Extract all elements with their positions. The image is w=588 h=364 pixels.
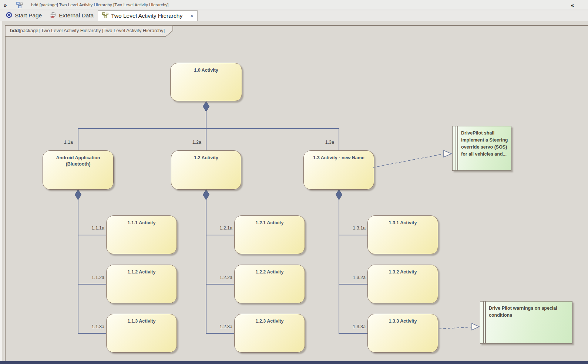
node-label: Android Application (Bluetooth) — [56, 155, 100, 167]
connector-line[interactable] — [78, 235, 106, 235]
tab-label: Start Page — [15, 12, 42, 19]
composition-diamond-icon — [202, 101, 210, 112]
hierarchy-diagram-icon — [16, 2, 23, 8]
node-label: 1.2.3 Activity — [256, 319, 284, 324]
note-left-bar — [485, 302, 486, 343]
activity-node-1-3-3[interactable]: 1.3.3 Activity — [367, 314, 438, 353]
connector-line[interactable] — [206, 284, 234, 285]
tab-start-page[interactable]: Start Page — [2, 10, 46, 21]
connector-line[interactable] — [78, 333, 106, 334]
activity-node-1-2-2[interactable]: 1.2.2 Activity — [234, 265, 305, 303]
expand-panel-icon[interactable]: » — [4, 2, 7, 8]
diagram-frame-left — [5, 25, 6, 361]
tab-bar: Start Page External Data Two Level Activ… — [0, 10, 588, 21]
edge-label[interactable]: 1.1.3a — [82, 324, 104, 329]
composition-diamond-icon — [335, 189, 343, 200]
note-left-bar — [483, 302, 484, 343]
node-label: 1.1.2 Activity — [128, 269, 156, 275]
edge-label[interactable]: 1.1.2a — [82, 275, 104, 280]
diagram-canvas[interactable]: bdd[package] Two Level Activity Hierarch… — [0, 21, 588, 361]
node-label: 1.3.2 Activity — [389, 269, 417, 275]
activity-node-1-2[interactable]: 1.2 Activity — [171, 150, 241, 190]
node-label: 1.2.1 Activity — [256, 220, 284, 225]
node-label: 1.1.1 Activity — [128, 220, 156, 225]
hierarchy-diagram-icon — [102, 12, 108, 20]
connector-line[interactable] — [78, 284, 106, 285]
tab-two-level-activity-hierarchy[interactable]: Two Level Activity Hierarchy × — [98, 10, 198, 21]
edge-label[interactable]: 1.1.1a — [82, 225, 104, 231]
connector-line[interactable] — [339, 235, 367, 235]
globe-link-icon — [50, 12, 56, 20]
activity-node-android-application[interactable]: Android Application (Bluetooth) — [43, 150, 114, 190]
canvas-left-gutter — [0, 21, 2, 361]
start-page-wheel-icon — [6, 12, 12, 20]
activity-node-1-0[interactable]: 1.0 Activity — [170, 63, 242, 101]
composition-diamond-icon — [74, 189, 82, 200]
activity-node-1-3-1[interactable]: 1.3.1 Activity — [367, 215, 438, 254]
node-label: 1.2 Activity — [194, 155, 218, 160]
note-left-bar — [456, 126, 456, 170]
connector-line[interactable] — [339, 284, 367, 285]
edge-label[interactable]: 1.3.2a — [343, 275, 366, 280]
connector-line[interactable] — [78, 200, 78, 333]
connector-line[interactable] — [206, 112, 206, 128]
node-label: 1.3 Activity - new Name — [313, 155, 364, 160]
node-label: 1.3.3 Activity — [389, 319, 417, 324]
edge-label[interactable]: 1.2.3a — [210, 324, 232, 329]
window-bottom-edge — [0, 361, 588, 364]
activity-node-1-3-2[interactable]: 1.3.2 Activity — [367, 265, 438, 303]
tab-label: Two Level Activity Hierarchy — [111, 13, 182, 19]
activity-node-1-2-3[interactable]: 1.2.3 Activity — [234, 314, 305, 353]
edge-label[interactable]: 1.1a — [51, 140, 73, 145]
connector-line[interactable] — [78, 128, 78, 150]
edge-label[interactable]: 1.3a — [312, 140, 334, 145]
node-label: 1.3.1 Activity — [389, 220, 417, 225]
connector-line[interactable] — [78, 128, 339, 129]
connector-line[interactable] — [206, 333, 234, 334]
activity-node-1-1-3[interactable]: 1.1.3 Activity — [106, 314, 177, 353]
frame-label: bdd[package] Two Level Activity Hierarch… — [10, 28, 165, 33]
activity-node-1-1-2[interactable]: 1.1.2 Activity — [106, 265, 177, 303]
diagram-title: bdd [package] Two Level Activity Hierarc… — [31, 3, 168, 7]
connector-line[interactable] — [339, 128, 339, 150]
node-label: 1.1.3 Activity — [128, 319, 156, 324]
activity-node-1-3[interactable]: 1.3 Activity - new Name — [303, 150, 374, 190]
trace-arrow[interactable] — [438, 321, 480, 333]
trace-arrow[interactable] — [370, 147, 452, 171]
diagram-title-bar: » bdd [package] Two Level Activity Hiera… — [0, 0, 588, 10]
node-label: 1.0 Activity — [194, 68, 218, 73]
note-text: DrivePilot shall implement a Steering ov… — [461, 130, 509, 158]
connector-line[interactable] — [206, 235, 234, 235]
edge-label[interactable]: 1.3.3a — [343, 324, 366, 329]
note-text: Drive Pilot warnings on special conditio… — [489, 305, 570, 319]
close-tab-icon[interactable]: × — [190, 13, 193, 19]
requirement-note-drivepilot[interactable]: DrivePilot shall implement a Steering ov… — [452, 126, 511, 171]
connector-line[interactable] — [339, 333, 367, 334]
node-label: 1.2.2 Activity — [256, 269, 284, 275]
collapse-panel-icon[interactable]: « — [571, 2, 574, 8]
connector-line[interactable] — [339, 200, 339, 333]
activity-node-1-1-1[interactable]: 1.1.1 Activity — [106, 215, 177, 254]
connector-line[interactable] — [206, 128, 206, 150]
connector-line[interactable] — [206, 200, 206, 333]
edge-label[interactable]: 1.2a — [179, 140, 201, 145]
activity-node-1-2-1[interactable]: 1.2.1 Activity — [234, 215, 305, 254]
edge-label[interactable]: 1.3.1a — [343, 225, 366, 231]
edge-label[interactable]: 1.2.2a — [210, 275, 232, 280]
requirement-note-drive-pilot-warnings[interactable]: Drive Pilot warnings on special conditio… — [480, 301, 572, 344]
composition-diamond-icon — [202, 189, 210, 200]
edge-label[interactable]: 1.2.1a — [210, 225, 232, 231]
tab-external-data[interactable]: External Data — [46, 10, 98, 21]
frame-keyword: bdd — [10, 28, 19, 33]
note-left-bar — [457, 126, 458, 170]
frame-text: [package] Two Level Activity Hierarchy [… — [19, 28, 165, 33]
tab-label: External Data — [59, 12, 94, 19]
